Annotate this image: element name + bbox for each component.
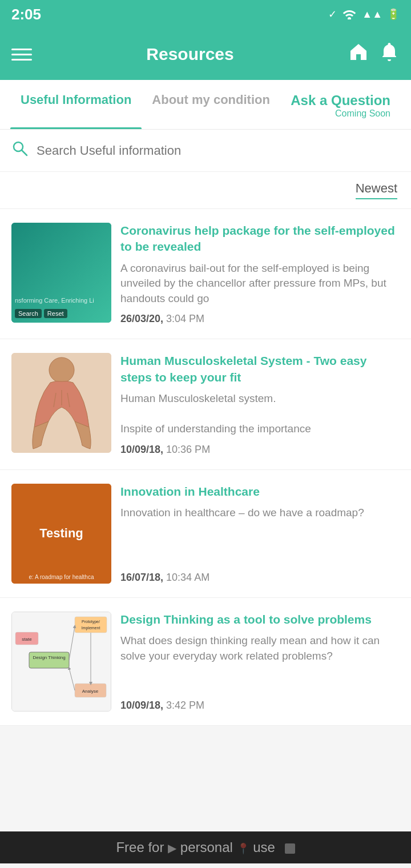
svg-text:Analyse: Analyse xyxy=(82,689,99,694)
tab-about-condition[interactable]: About my condition xyxy=(142,80,280,129)
svg-text:Implement: Implement xyxy=(82,626,100,630)
article-date: 16/07/18, 10:34 AM xyxy=(120,572,400,584)
status-icons: ✓ ▲▲ 🔋 xyxy=(328,7,400,22)
status-bar: 2:05 ✓ ▲▲ 🔋 xyxy=(0,0,411,29)
top-bar: Resources xyxy=(0,29,411,80)
tabs: Useful Information About my condition As… xyxy=(0,80,411,130)
svg-text:Prototype/: Prototype/ xyxy=(82,620,100,624)
wifi-icon xyxy=(341,7,357,22)
article-body: Design Thinking as a tool to solve probl… xyxy=(111,612,400,712)
article-thumbnail: Testing e: A roadmap for healthca xyxy=(11,484,111,584)
thumb-tag: Search xyxy=(15,309,42,318)
sort-bar: Newest xyxy=(0,172,411,209)
article-body: Human Musculoskeletal System - Two easy … xyxy=(111,353,400,455)
article-title: Design Thinking as a tool to solve probl… xyxy=(120,612,400,628)
article-thumbnail: state Prototype/ Implement Design Thinki… xyxy=(11,612,111,712)
battery-icon: 🔋 xyxy=(387,8,400,21)
top-bar-actions xyxy=(348,42,400,67)
sort-newest[interactable]: Newest xyxy=(356,181,397,199)
bottom-bar: Free for ▶ personal 📍 use xyxy=(0,831,411,863)
signal-bars-icon: ▲▲ xyxy=(362,9,382,21)
thumb-sub: e: A roadmap for healthca xyxy=(14,574,109,580)
search-input[interactable] xyxy=(37,143,400,158)
article-description: What does design thinking really mean an… xyxy=(120,633,400,693)
article-date: 26/03/20, 3:04 PM xyxy=(120,313,400,325)
article-date: 10/09/18, 3:42 PM xyxy=(120,700,400,712)
watermark-text: Free for ▶ personal 📍 use xyxy=(116,839,295,855)
article-list: nsforming Care, Enriching Li Search Rese… xyxy=(0,209,411,726)
thumb-tags: Search Reset xyxy=(15,309,67,318)
svg-point-0 xyxy=(14,142,23,151)
article-item[interactable]: state Prototype/ Implement Design Thinki… xyxy=(0,598,411,726)
article-description: Human Musculoskeletal system.Inspite of … xyxy=(120,391,400,437)
svg-text:Design Thinking: Design Thinking xyxy=(33,655,65,660)
tab-ask-question[interactable]: Ask a Question Coming Soon xyxy=(285,80,401,129)
article-item[interactable]: Human Musculoskeletal System - Two easy … xyxy=(0,339,411,469)
article-body: Coronavirus help package for the self-em… xyxy=(111,223,400,325)
article-title: Human Musculoskeletal System - Two easy … xyxy=(120,353,400,385)
page-title: Resources xyxy=(146,45,233,64)
article-thumbnail xyxy=(11,353,111,453)
status-time: 2:05 xyxy=(11,6,41,23)
thumb-overlay-text: nsforming Care, Enriching Li xyxy=(15,296,108,304)
article-title: Innovation in Healthcare xyxy=(120,484,400,500)
tab-useful-information[interactable]: Useful Information xyxy=(10,80,142,129)
notification-icon[interactable] xyxy=(379,42,400,67)
home-icon[interactable] xyxy=(348,42,369,67)
menu-button[interactable] xyxy=(11,49,32,61)
article-item[interactable]: nsforming Care, Enriching Li Search Rese… xyxy=(0,209,411,339)
article-description: Innovation in healthcare – do we have a … xyxy=(120,505,400,565)
article-description: A coronavirus bail-out for the self-empl… xyxy=(120,261,400,307)
search-icon xyxy=(11,140,29,161)
article-date: 10/09/18, 10:36 PM xyxy=(120,444,400,456)
svg-line-1 xyxy=(22,151,27,156)
article-title: Coronavirus help package for the self-em… xyxy=(120,223,400,255)
article-body: Innovation in Healthcare Innovation in h… xyxy=(111,484,400,584)
svg-text:state: state xyxy=(22,637,32,642)
thumb-tag: Reset xyxy=(44,309,67,318)
thumb-label: Testing xyxy=(39,526,83,541)
article-item[interactable]: Testing e: A roadmap for healthca Innova… xyxy=(0,470,411,598)
svg-point-2 xyxy=(49,357,74,383)
article-thumbnail: nsforming Care, Enriching Li Search Rese… xyxy=(11,223,111,323)
search-bar xyxy=(0,130,411,172)
signal-icon: ✓ xyxy=(328,8,337,21)
